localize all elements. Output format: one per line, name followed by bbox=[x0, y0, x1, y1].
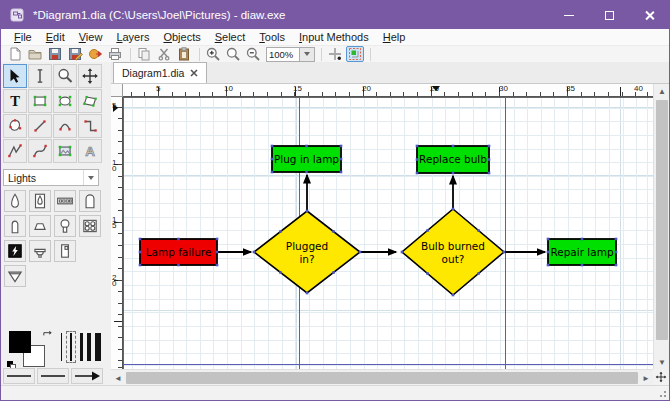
zoom-in-icon bbox=[205, 46, 221, 62]
line-width-2[interactable] bbox=[70, 333, 72, 361]
horizontal-ruler[interactable]: 5 10 15 20 25 30 35 40 bbox=[123, 84, 653, 97]
shape-black-light[interactable] bbox=[4, 240, 26, 262]
shape-can-small[interactable] bbox=[4, 215, 26, 237]
export-icon bbox=[87, 46, 103, 62]
tool-text[interactable]: T bbox=[3, 89, 27, 113]
vertical-scrollbar[interactable]: ▲ ▼ bbox=[653, 84, 669, 369]
snap-to-objects-toggle[interactable] bbox=[326, 46, 344, 62]
tool-modify[interactable] bbox=[3, 64, 27, 88]
shape-par-can[interactable] bbox=[29, 190, 51, 212]
resize-grip[interactable] bbox=[657, 388, 667, 398]
arrow-end-style-button[interactable] bbox=[71, 368, 103, 384]
sheet-selector-dropdown[interactable] bbox=[83, 170, 98, 185]
save-as-button[interactable] bbox=[66, 46, 84, 62]
tab-diagram1[interactable]: Diagram1.dia bbox=[113, 62, 207, 83]
menu-objects[interactable]: Objects bbox=[156, 31, 207, 43]
line-style-button[interactable] bbox=[37, 368, 69, 384]
node-label: Repair lamp bbox=[550, 246, 614, 258]
shape-par-lamp[interactable] bbox=[4, 190, 26, 212]
menu-file[interactable]: File bbox=[7, 31, 39, 43]
tool-text-edit[interactable] bbox=[28, 64, 52, 88]
scroll-up-button[interactable]: ▲ bbox=[654, 84, 670, 98]
menu-edit[interactable]: Edit bbox=[39, 31, 72, 43]
tool-outline[interactable]: A bbox=[78, 139, 102, 163]
scroll-right-button[interactable]: ► bbox=[639, 370, 653, 386]
line-width-4[interactable] bbox=[87, 333, 91, 361]
tab-close-icon[interactable] bbox=[190, 69, 198, 77]
copy-button[interactable] bbox=[135, 46, 153, 62]
node-replace-bulb[interactable]: Replace bulb bbox=[416, 145, 491, 175]
paste-button[interactable] bbox=[175, 46, 193, 62]
foreground-color-swatch[interactable] bbox=[9, 331, 31, 353]
shape-stand[interactable] bbox=[54, 240, 76, 262]
tool-bezierline[interactable] bbox=[28, 139, 52, 163]
tool-magnify[interactable] bbox=[53, 64, 77, 88]
menu-tools[interactable]: Tools bbox=[252, 31, 292, 43]
scoop-icon bbox=[31, 217, 49, 235]
zoom-in-button[interactable] bbox=[204, 46, 222, 62]
cut-button[interactable] bbox=[155, 46, 173, 62]
pan-button[interactable] bbox=[653, 369, 669, 385]
new-document-button[interactable] bbox=[6, 46, 24, 62]
shape-can-large[interactable] bbox=[79, 190, 101, 212]
drawing-canvas[interactable]: Lamp failurePlug in lampReplace bulbRepa… bbox=[123, 97, 653, 369]
node-plugged-in[interactable]: Pluggedin? bbox=[253, 210, 362, 295]
shape-scrim[interactable] bbox=[4, 265, 26, 287]
zoom-out-button[interactable] bbox=[244, 46, 262, 62]
sheet-selector[interactable]: Lights bbox=[3, 169, 99, 186]
horizontal-scroll-thumb[interactable] bbox=[126, 372, 638, 384]
tool-ellipse[interactable] bbox=[53, 89, 77, 113]
node-bulb-burned-out[interactable]: Bulb burnedout? bbox=[401, 208, 506, 297]
zoom-level-dropdown-button[interactable] bbox=[300, 47, 315, 62]
export-button[interactable] bbox=[86, 46, 104, 62]
snap-to-grid-toggle[interactable] bbox=[346, 46, 364, 62]
line-width-5[interactable] bbox=[95, 333, 101, 361]
node-repair-lamp[interactable]: Repair lamp bbox=[547, 238, 618, 267]
node-plug-in-lamp[interactable]: Plug in lamp bbox=[271, 145, 343, 174]
menu-select[interactable]: Select bbox=[208, 31, 253, 43]
toolbar-separator bbox=[199, 48, 200, 61]
scroll-down-button[interactable]: ▼ bbox=[654, 355, 670, 369]
vertical-scroll-thumb[interactable] bbox=[656, 100, 668, 340]
tool-line[interactable] bbox=[28, 114, 52, 138]
zoom-level-input[interactable] bbox=[266, 47, 300, 62]
tool-arc[interactable] bbox=[53, 114, 77, 138]
shape-ellipsoidal-spot[interactable] bbox=[54, 215, 76, 237]
tool-scroll[interactable] bbox=[78, 64, 102, 88]
arrow-start-style-button[interactable] bbox=[3, 368, 35, 384]
tool-zigzagline[interactable] bbox=[78, 114, 102, 138]
shape-blinders[interactable] bbox=[79, 215, 101, 237]
tool-image[interactable] bbox=[53, 139, 77, 163]
minimize-button[interactable] bbox=[549, 1, 589, 29]
scroll-left-button[interactable]: ◄ bbox=[111, 370, 125, 386]
connection-point bbox=[305, 171, 308, 174]
vertical-ruler[interactable]: 5 10 15 20 bbox=[111, 97, 123, 369]
tool-polyline[interactable] bbox=[3, 139, 27, 163]
print-button[interactable] bbox=[106, 46, 124, 62]
title-bar[interactable]: *Diagram1.dia (C:\Users\Joel\Pictures) -… bbox=[1, 1, 669, 29]
tool-polygon[interactable] bbox=[78, 89, 102, 113]
menu-layers[interactable]: Layers bbox=[109, 31, 156, 43]
app-window: *Diagram1.dia (C:\Users\Joel\Pictures) -… bbox=[0, 0, 670, 401]
ruler-number: 20 bbox=[112, 275, 118, 286]
shape-striplight[interactable] bbox=[54, 190, 76, 212]
open-button[interactable] bbox=[26, 46, 44, 62]
tool-beziergon[interactable] bbox=[3, 114, 27, 138]
maximize-button[interactable] bbox=[589, 1, 629, 29]
menu-view[interactable]: View bbox=[72, 31, 110, 43]
shape-scoop[interactable] bbox=[29, 215, 51, 237]
line-width-1[interactable] bbox=[61, 333, 62, 361]
save-button[interactable] bbox=[46, 46, 64, 62]
connection-point bbox=[332, 230, 335, 233]
zoom-original-button[interactable] bbox=[224, 46, 242, 62]
shape-followspot[interactable] bbox=[29, 240, 51, 262]
line-width-selector[interactable] bbox=[61, 329, 103, 365]
swap-colors-icon[interactable] bbox=[42, 329, 53, 340]
menu-input-methods[interactable]: Input Methods bbox=[292, 31, 376, 43]
line-width-3[interactable] bbox=[80, 333, 83, 361]
menu-help[interactable]: Help bbox=[376, 31, 413, 43]
horizontal-scrollbar[interactable]: ◄ ► bbox=[111, 369, 653, 385]
tool-box[interactable] bbox=[28, 89, 52, 113]
node-lamp-failure[interactable]: Lamp failure bbox=[139, 238, 219, 267]
close-button[interactable] bbox=[629, 1, 669, 29]
